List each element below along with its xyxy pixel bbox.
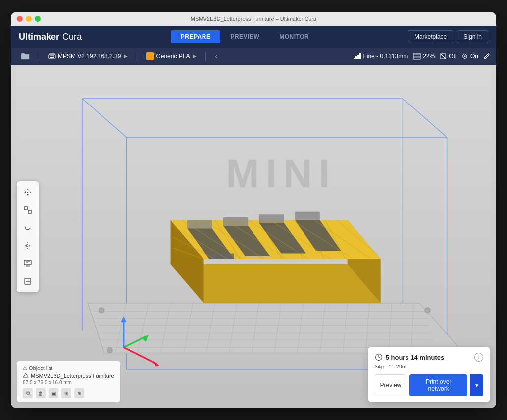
mirror-icon — [23, 241, 32, 250]
support-blocker-icon — [23, 277, 32, 286]
svg-text:MINI: MINI — [226, 151, 336, 196]
adhesion-label: On — [470, 53, 478, 60]
app-window: MSMV2E3D_Letterpress Furniture – Ultimak… — [11, 12, 496, 408]
printer-chevron-icon: ▶ — [124, 53, 128, 59]
svg-marker-66 — [187, 220, 212, 229]
info-button[interactable]: i — [474, 353, 483, 362]
svg-marker-71 — [259, 214, 284, 223]
maximize-button[interactable] — [35, 16, 41, 22]
svg-rect-92 — [28, 210, 31, 213]
support-selector[interactable]: Off — [440, 53, 456, 60]
infill-icon — [413, 53, 421, 60]
svg-rect-99 — [24, 260, 31, 265]
support-blocker-button[interactable] — [20, 273, 36, 289]
print-network-label: Print over network — [415, 378, 461, 392]
toolbar-divider-3 — [205, 52, 206, 61]
print-duration: 5 hours 14 minutes — [386, 354, 444, 361]
settings-back-button[interactable]: ‹ — [211, 51, 221, 62]
svg-rect-4 — [354, 58, 355, 59]
material-selector[interactable]: Generic PLA ▶ — [142, 51, 201, 62]
svg-marker-95 — [25, 226, 26, 228]
print-time-value: 5 hours 14 minutes — [375, 353, 444, 361]
adhesion-icon — [461, 53, 468, 60]
svg-point-52 — [107, 347, 112, 353]
marketplace-button[interactable]: Marketplace — [408, 30, 453, 43]
mesh-icon — [23, 373, 29, 379]
ungroup-button[interactable]: ⊞ — [61, 388, 71, 398]
printer-name: MPSM V2 192.168.2.39 — [58, 53, 121, 60]
material-shield-icon — [146, 52, 154, 60]
duplicate-button[interactable]: ⧉ — [23, 388, 33, 398]
print-info-panel: 5 hours 14 minutes i 34g · 11.29m Previe… — [368, 347, 490, 402]
svg-marker-97 — [25, 244, 27, 247]
material-name: Generic PLA — [156, 53, 190, 60]
svg-rect-91 — [24, 207, 27, 210]
clock-icon — [375, 353, 383, 361]
merge-button[interactable]: ⊕ — [74, 388, 84, 398]
svg-line-13 — [441, 54, 446, 59]
adhesion-selector[interactable]: On — [461, 53, 478, 60]
close-button[interactable] — [17, 16, 23, 22]
scale-icon — [23, 206, 32, 214]
app-logo: Ultimaker Cura — [19, 32, 82, 42]
rotate-tool-button[interactable] — [20, 220, 36, 236]
open-file-button[interactable] — [17, 51, 34, 62]
delete-button[interactable]: 🗑 — [36, 388, 46, 398]
toolbar: MPSM V2 192.168.2.39 ▶ Generic PLA ▶ ‹ — [11, 48, 496, 65]
infill-selector[interactable]: 22% — [413, 53, 435, 60]
main-content: MINI — [11, 65, 496, 408]
svg-line-108 — [379, 357, 380, 358]
per-model-settings-button[interactable] — [20, 256, 36, 271]
support-label: Off — [449, 53, 456, 60]
move-icon — [23, 188, 32, 197]
material-chevron-icon: ▶ — [193, 53, 197, 59]
app-header: Ultimaker Cura PREPARE PREVIEW MONITOR M… — [11, 26, 496, 48]
signin-button[interactable]: Sign in — [457, 30, 488, 43]
rotate-icon — [23, 223, 32, 232]
svg-marker-98 — [29, 244, 31, 247]
print-material-usage: 34g · 11.29m — [375, 364, 483, 369]
printer-selector[interactable]: MPSM V2 192.168.2.39 ▶ — [44, 51, 132, 62]
edit-icon — [483, 53, 490, 60]
title-bar: MSMV2E3D_Letterpress Furniture – Ultimak… — [11, 12, 496, 26]
print-dropdown-button[interactable]: ▼ — [470, 374, 483, 396]
scale-tool-button[interactable] — [20, 202, 36, 218]
settings-edit-button[interactable] — [483, 53, 490, 60]
print-network-button[interactable]: Print over network — [409, 374, 467, 396]
header-nav: PREPARE PREVIEW MONITOR — [88, 30, 402, 43]
group-button[interactable]: ▣ — [49, 388, 58, 398]
minimize-button[interactable] — [26, 16, 32, 22]
toolbar-right: Fine - 0.1313mm 22% Off — [353, 53, 490, 60]
svg-rect-102 — [26, 265, 30, 267]
object-list-item: MSMV2E3D_Letterpress Furniture — [23, 373, 114, 379]
support-icon — [440, 53, 447, 60]
object-dimensions: 67.0 x 76.0 x 16.0 mm — [23, 380, 114, 385]
logo-cura: Cura — [62, 32, 82, 42]
svg-marker-105 — [23, 373, 28, 377]
toolbar-left: MPSM V2 192.168.2.39 ▶ Generic PLA ▶ ‹ — [17, 51, 353, 62]
move-tool-button[interactable] — [20, 184, 36, 200]
chevron-up-icon: △ — [23, 365, 27, 371]
svg-rect-7 — [359, 53, 361, 59]
svg-rect-5 — [355, 56, 357, 59]
mirror-tool-button[interactable] — [20, 238, 36, 254]
printer-icon — [48, 53, 56, 60]
nav-preview[interactable]: PREVIEW — [220, 30, 269, 43]
left-toolbar — [17, 181, 39, 292]
nav-prepare[interactable]: PREPARE — [171, 30, 221, 43]
settings-model-icon — [23, 259, 32, 268]
quality-selector[interactable]: Fine - 0.1313mm — [353, 53, 408, 60]
svg-point-50 — [99, 308, 104, 313]
object-action-buttons: ⧉ 🗑 ▣ ⊞ ⊕ — [23, 388, 114, 398]
infill-label: 22% — [423, 53, 435, 60]
svg-marker-69 — [223, 217, 248, 226]
nav-monitor[interactable]: MONITOR — [269, 30, 319, 43]
object-info-panel: △ Object list MSMV2E3D_Letterpress Furni… — [17, 361, 120, 402]
preview-button[interactable]: Preview — [375, 374, 406, 396]
header-actions: Marketplace Sign in — [408, 30, 488, 43]
svg-rect-2 — [50, 57, 54, 58]
object-list-label: Object list — [29, 365, 52, 371]
print-time-row: 5 hours 14 minutes i — [375, 353, 483, 362]
object-list-toggle[interactable]: △ Object list — [23, 365, 114, 371]
svg-point-51 — [425, 308, 430, 313]
